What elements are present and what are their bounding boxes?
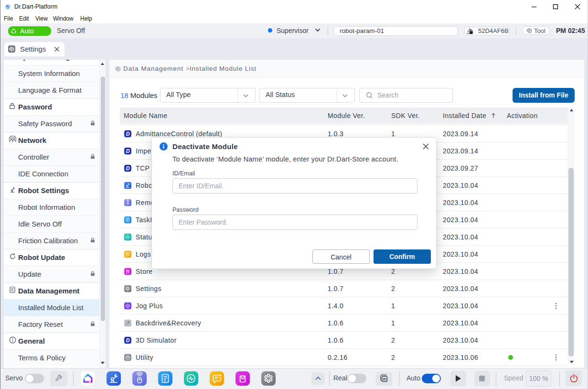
svg-text:D: D: [126, 131, 129, 137]
svg-text:D: D: [126, 165, 129, 171]
svg-text:D: D: [126, 148, 129, 154]
svg-text:3D: 3D: [383, 378, 387, 381]
svg-text:D: D: [126, 337, 129, 343]
